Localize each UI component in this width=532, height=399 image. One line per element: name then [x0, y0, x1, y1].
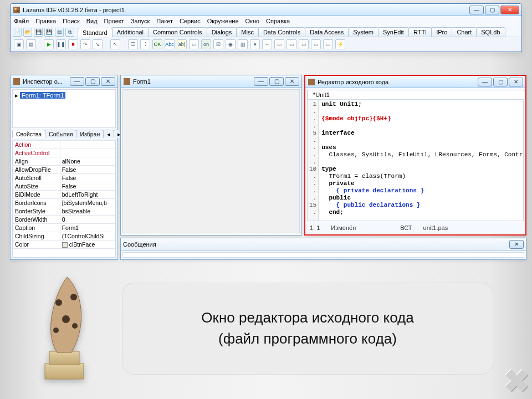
object-tree[interactable]: ▸ Form1: TForm1 [13, 90, 115, 101]
tab-sqldb[interactable]: SQLdb [476, 27, 505, 37]
menu-file[interactable]: Файл [14, 18, 29, 24]
menu-project[interactable]: Проект [104, 18, 124, 24]
inspector-close-button[interactable]: ✕ [101, 77, 115, 86]
menu-view[interactable]: Вид [86, 18, 98, 24]
editor-tab-unit1[interactable]: *Unit1 [307, 90, 525, 99]
property-row[interactable]: CaptionForm1 [13, 224, 115, 232]
comp-radiobutton-icon[interactable]: ◉ [226, 39, 236, 49]
tab-rtti[interactable]: RTTI [408, 27, 432, 37]
comp-button-icon[interactable]: OK [152, 39, 162, 49]
tab-ipro[interactable]: IPro [431, 27, 452, 37]
messages-body[interactable] [122, 252, 524, 258]
toolbar-view-forms-icon[interactable]: ▣ [14, 39, 24, 49]
menu-edit[interactable]: Правка [35, 18, 56, 24]
tab-data-access[interactable]: Data Access [305, 27, 349, 37]
comp-radiogroup-icon[interactable]: ▭ [287, 39, 296, 49]
svg-point-10 [62, 315, 70, 323]
tab-chart[interactable]: Chart [452, 27, 477, 37]
property-row[interactable]: AlignalNone [13, 157, 115, 166]
property-row[interactable]: ChildSizing(TControlChildSi [13, 232, 115, 241]
menu-help[interactable]: Справка [266, 18, 290, 24]
tree-item-form1[interactable]: Form1: TForm1 [20, 92, 65, 99]
menu-window[interactable]: Окно [245, 18, 260, 24]
messages-title: Сообщения [123, 241, 156, 248]
menu-package[interactable]: Пакет [156, 18, 173, 24]
menu-run[interactable]: Запуск [131, 18, 150, 24]
tab-data-controls[interactable]: Data Controls [258, 27, 305, 37]
property-row[interactable]: ColorclBtnFace [13, 241, 115, 249]
tab-dialogs[interactable]: Dialogs [207, 27, 237, 37]
property-grid[interactable]: ActionActiveControlAlignalNoneAllowDropF… [12, 140, 116, 258]
form-close-button[interactable]: ✕ [285, 77, 299, 86]
comp-panel-icon[interactable]: ▭ [311, 39, 321, 49]
inspector-tab-fav[interactable]: Избран [76, 130, 104, 138]
new-form-icon[interactable]: ▤ [55, 28, 64, 37]
minimize-button[interactable]: — [469, 6, 484, 14]
comp-scrollbar-icon[interactable]: ↔ [262, 39, 272, 49]
save-icon[interactable]: 💾 [34, 28, 43, 37]
comp-edit-icon[interactable]: ab| [177, 39, 187, 49]
inspector-min-button[interactable]: — [70, 77, 84, 86]
property-row[interactable]: AutoSizeFalse [13, 182, 115, 191]
tab-synedit[interactable]: SynEdit [378, 27, 409, 37]
tab-additional[interactable]: Additional [112, 27, 149, 37]
stop-icon[interactable]: ■ [68, 39, 78, 49]
comp-mainmenu-icon[interactable]: ☰ [128, 39, 138, 49]
code-area[interactable]: 1...5....10....15. unit Unit1;{$mode obj… [307, 99, 524, 221]
run-icon[interactable]: ▶ [44, 39, 54, 49]
comp-combobox-icon[interactable]: ▾ [250, 39, 260, 49]
code-text[interactable]: unit Unit1;{$mode objfpc}{$H+}interfaceu… [319, 100, 524, 221]
new-unit-icon[interactable]: 📄 [13, 28, 22, 37]
editor-max-button[interactable]: ▢ [493, 78, 508, 86]
save-all-icon[interactable]: 💾 [44, 28, 53, 37]
property-row[interactable]: BiDiModebdLeftToRight [13, 191, 115, 199]
pause-icon[interactable]: ❚❚ [56, 39, 66, 49]
menu-env[interactable]: Окружение [207, 18, 239, 24]
tab-common-controls[interactable]: Common Controls [148, 27, 207, 37]
design-surface[interactable] [122, 89, 300, 233]
tab-misc[interactable]: Misc [236, 27, 259, 37]
inspector-icon [13, 78, 21, 85]
inspector-max-button[interactable]: ▢ [85, 77, 100, 86]
step-into-icon[interactable]: ↘ [93, 39, 103, 49]
property-row[interactable]: ActiveControl [13, 149, 115, 157]
menu-service[interactable]: Сервис [180, 18, 201, 24]
maximize-button[interactable]: ▢ [485, 6, 499, 14]
editor-close-button[interactable]: ✕ [509, 78, 523, 86]
property-row[interactable]: AllowDropFileFalse [13, 166, 115, 174]
property-row[interactable]: BorderIcons[biSystemMenu,b [13, 199, 115, 207]
close-button[interactable]: ✕ [500, 6, 519, 14]
toolbar-view-units-icon[interactable]: ▤ [26, 39, 36, 49]
menu-bar: Файл Правка Поиск Вид Проект Запуск Паке… [11, 16, 521, 26]
comp-memo-icon[interactable]: ▭ [189, 39, 199, 49]
comp-listbox-icon[interactable]: ▥ [238, 39, 248, 49]
comp-label-icon[interactable]: Abc [165, 39, 175, 49]
messages-close-button[interactable]: ✕ [509, 240, 524, 249]
tab-standard[interactable]: Standard [78, 28, 112, 37]
form-min-button[interactable]: — [254, 77, 268, 86]
open-icon[interactable]: 📂 [23, 28, 32, 37]
form-max-button[interactable]: ▢ [269, 77, 284, 86]
editor-min-button[interactable]: — [478, 78, 492, 86]
comp-popupmenu-icon[interactable]: ⋮ [140, 39, 150, 49]
property-row[interactable]: Action [13, 141, 115, 149]
menu-search[interactable]: Поиск [63, 18, 79, 24]
inspector-tab-properties[interactable]: Свойства [12, 130, 45, 138]
comp-checkbox-icon[interactable]: ☑ [213, 39, 223, 49]
ide-titlebar[interactable]: Lazarus IDE v0.9.28.2 бета - project1 — … [11, 4, 521, 16]
property-row[interactable]: AutoScrollFalse [13, 174, 115, 182]
comp-togglebox-icon[interactable]: on [201, 39, 211, 49]
comp-checkgroup-icon[interactable]: ▭ [299, 39, 309, 49]
comp-frame-icon[interactable]: ▭ [323, 39, 333, 49]
toggle-form-icon[interactable]: ⧉ [65, 28, 74, 37]
inspector-tab-events[interactable]: События [45, 130, 76, 138]
comp-groupbox-icon[interactable]: ▭ [274, 39, 284, 49]
inspector-tab-scroll-left[interactable]: ◂ [103, 130, 114, 138]
property-row[interactable]: BorderStylebsSizeable [13, 207, 115, 216]
step-over-icon[interactable]: ↷ [80, 39, 90, 49]
tab-system[interactable]: System [348, 27, 378, 37]
selection-tool-icon[interactable]: ↖ [110, 39, 120, 49]
slide-close-icon[interactable]: ✖ [504, 366, 530, 397]
comp-actionlist-icon[interactable]: ⚡ [335, 39, 345, 49]
property-row[interactable]: BorderWidth0 [13, 216, 115, 224]
